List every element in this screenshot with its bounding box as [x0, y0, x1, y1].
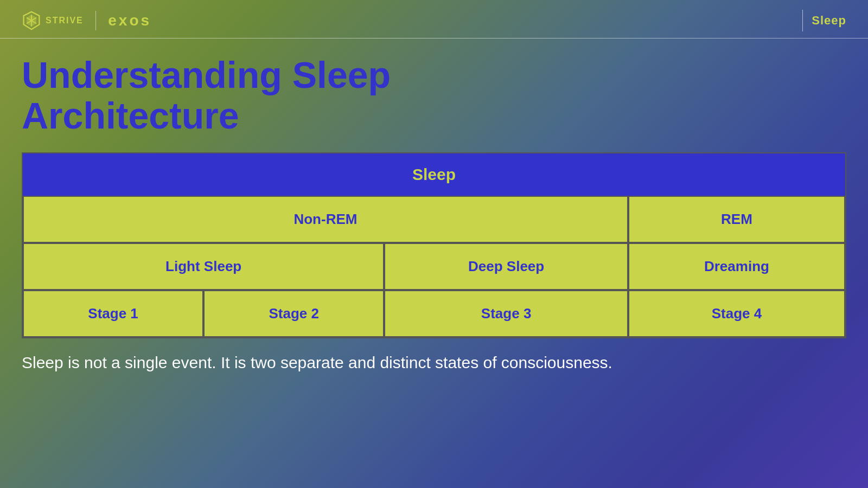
header-right: Sleep — [802, 10, 846, 31]
non-rem-cell: Non-REM — [23, 196, 628, 243]
stage4-cell: Stage 4 — [628, 290, 845, 337]
sleep-top-cell: Sleep — [23, 153, 845, 196]
sleep-architecture-table: Sleep Non-REM REM Light Sleep Deep Sleep… — [22, 152, 846, 338]
table-row-rem: Non-REM REM — [23, 196, 845, 243]
deep-sleep-cell: Deep Sleep — [384, 243, 628, 290]
table-row-sleep: Sleep — [23, 153, 845, 196]
rem-cell: REM — [628, 196, 845, 243]
header-right-divider — [802, 10, 803, 31]
page-title: Understanding Sleep Architecture — [22, 55, 846, 136]
header-left: STRIVE exos — [22, 11, 151, 30]
strive-icon — [22, 11, 41, 30]
stage2-cell: Stage 2 — [203, 290, 384, 337]
page-title-line1: Understanding Sleep — [22, 55, 846, 95]
stage1-cell: Stage 1 — [23, 290, 203, 337]
exos-logo: exos — [108, 12, 151, 29]
dreaming-cell: Dreaming — [628, 243, 845, 290]
page-title-line2: Architecture — [22, 95, 846, 136]
stage3-cell: Stage 3 — [384, 290, 628, 337]
header-logo-divider — [95, 11, 97, 30]
main-content: Understanding Sleep Architecture Sleep N… — [0, 38, 868, 383]
header-sleep-label: Sleep — [812, 14, 846, 28]
header: STRIVE exos Sleep — [0, 0, 868, 38]
exos-label: exos — [108, 12, 151, 29]
table-row-stages: Stage 1 Stage 2 Stage 3 Stage 4 — [23, 290, 845, 337]
strive-label: STRIVE — [46, 16, 84, 25]
footer-text: Sleep is not a single event. It is two s… — [22, 354, 846, 372]
strive-logo: STRIVE — [22, 11, 84, 30]
light-sleep-cell: Light Sleep — [23, 243, 384, 290]
table-row-sleep-types: Light Sleep Deep Sleep Dreaming — [23, 243, 845, 290]
